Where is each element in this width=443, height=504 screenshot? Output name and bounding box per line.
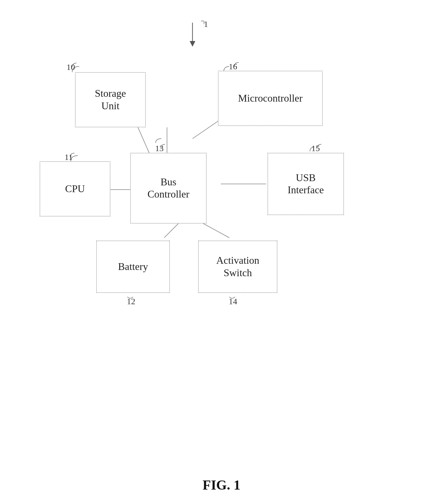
battery-box: Battery [96,241,170,293]
microcontroller-box: Microcontroller [218,71,323,126]
ref-bracket-16 [233,61,241,72]
ref-label-1: 1 [204,19,208,29]
bus-controller-box: BusController [130,153,207,224]
usb-interface-label: USBInterface [288,172,324,196]
activation-switch-box: ActivationSwitch [198,241,277,293]
figure-label: FIG. 1 [203,477,240,493]
microcontroller-label: Microcontroller [238,92,303,104]
ref-bracket-12 [126,295,134,303]
cpu-box: CPU [40,161,110,216]
usb-interface-box: USBInterface [267,153,344,215]
ref-bracket-11 [69,152,77,163]
bus-controller-label: BusController [147,176,189,200]
battery-label: Battery [118,261,148,273]
svg-marker-1 [190,41,195,47]
ref-bracket-15 [316,143,324,154]
storage-unit-box: StorageUnit [75,72,146,127]
storage-unit-label: StorageUnit [95,87,126,112]
activation-switch-label: ActivationSwitch [216,254,259,279]
ref-bracket-13 [159,143,168,154]
cpu-label: CPU [65,183,85,195]
ref-bracket-10 [71,62,79,73]
diagram-container: 1 StorageUnit 10 CPU 11 BusController 13… [17,17,426,476]
ref-bracket-14 [228,295,236,303]
